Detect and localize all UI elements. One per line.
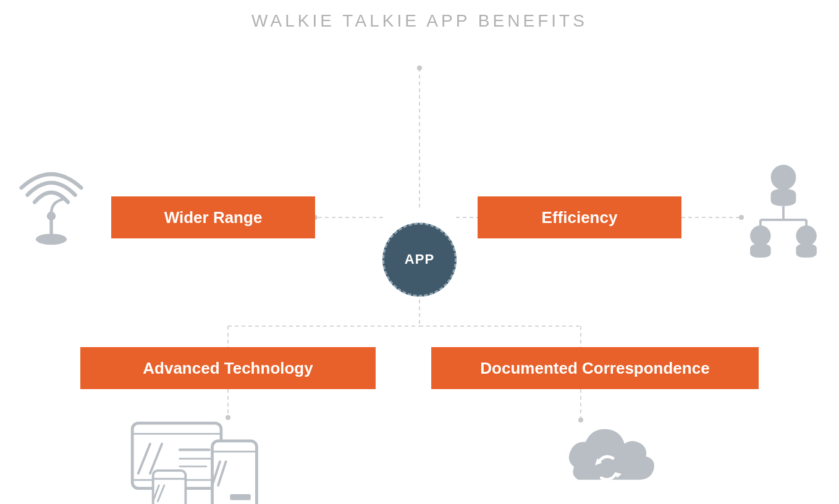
wider-range-label: Wider Range [164,208,263,227]
efficiency-label: Efficiency [542,208,618,227]
cloud-sync-icon [546,419,663,504]
advanced-technology-label: Advanced Technology [143,359,313,378]
svg-point-19 [36,233,67,245]
svg-point-20 [771,165,796,190]
page-container: WALKIE TALKIE APP BENEFITS [0,0,839,504]
org-chart-icon [743,161,824,259]
documented-correspondence-box: Documented Correspondence [431,347,759,389]
svg-line-31 [150,444,162,474]
app-label: APP [405,251,435,267]
svg-point-1 [417,65,422,70]
app-circle: APP [382,222,457,296]
wider-range-box: Wider Range [111,196,315,238]
svg-line-30 [138,444,150,474]
advanced-technology-box: Advanced Technology [80,347,376,389]
svg-point-25 [750,225,770,246]
svg-point-26 [796,225,816,246]
documented-correspondence-label: Documented Correspondence [480,359,709,378]
diagram: APP Wider Range Efficiency Advanced Tech… [0,31,839,500]
svg-rect-40 [230,494,251,500]
wifi-icon [17,172,85,252]
efficiency-box: Efficiency [478,196,681,238]
page-title: WALKIE TALKIE APP BENEFITS [251,11,588,31]
devices-icon [120,415,263,504]
